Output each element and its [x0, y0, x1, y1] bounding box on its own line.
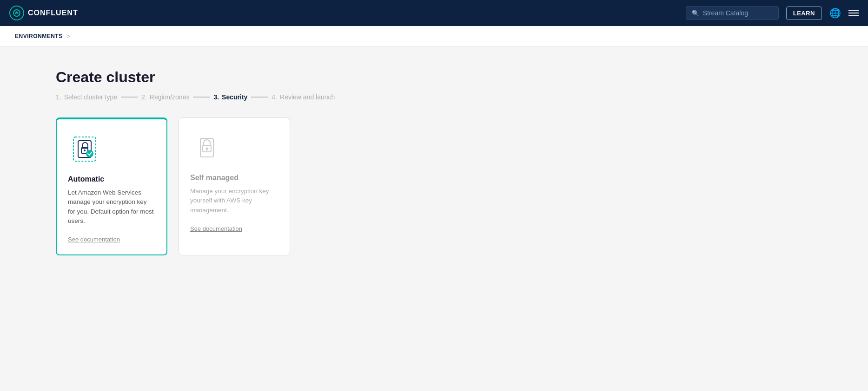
automatic-desc: Let Amazon Web Services manage your encr…: [68, 188, 155, 226]
breadcrumb-bar: ENVIRONMENTS >: [0, 26, 868, 46]
self-managed-title: Self managed: [190, 174, 278, 182]
main-content: Create cluster 1. Select cluster type 2.…: [0, 46, 868, 391]
step-4-number: 4.: [272, 93, 277, 101]
breadcrumb-environments[interactable]: ENVIRONMENTS: [15, 33, 63, 39]
search-placeholder-text: Stream Catalog: [703, 9, 748, 17]
self-managed-icon: [190, 131, 224, 164]
encryption-options: Automatic Let Amazon Web Services manage…: [56, 117, 853, 255]
step-1-number: 1.: [56, 93, 61, 101]
hamburger-menu-icon[interactable]: [848, 10, 859, 16]
step-2-label: Region/zones: [150, 93, 190, 101]
step-2: 2. Region/zones: [141, 93, 189, 101]
self-managed-desc: Manage your encryption key yourself with…: [190, 187, 278, 215]
globe-icon[interactable]: 🌐: [829, 7, 841, 19]
svg-point-4: [84, 150, 86, 151]
step-sep-1-2: [121, 97, 138, 98]
confluent-logo-icon: [9, 6, 24, 20]
self-managed-doc-link[interactable]: See documentation: [190, 225, 242, 232]
breadcrumb: ENVIRONMENTS >: [15, 33, 70, 40]
svg-point-8: [206, 148, 208, 150]
learn-button[interactable]: LEARN: [786, 7, 822, 20]
step-2-number: 2.: [141, 93, 147, 101]
step-4-label: Review and launch: [280, 93, 335, 101]
header-controls: 🔍 Stream Catalog LEARN 🌐: [686, 6, 859, 20]
logo-area: CONFLUENT: [9, 6, 78, 20]
step-4: 4. Review and launch: [272, 93, 335, 101]
stream-catalog-search[interactable]: 🔍 Stream Catalog: [686, 6, 779, 20]
search-icon: 🔍: [692, 10, 699, 17]
automatic-icon: [68, 132, 101, 166]
step-3: 3. Security: [213, 93, 247, 101]
page-title: Create cluster: [56, 69, 853, 86]
step-1-label: Select cluster type: [64, 93, 117, 101]
automatic-doc-link[interactable]: See documentation: [68, 236, 120, 243]
step-3-number: 3.: [213, 93, 219, 101]
step-sep-2-3: [193, 97, 210, 98]
step-1: 1. Select cluster type: [56, 93, 117, 101]
breadcrumb-separator: >: [66, 33, 70, 40]
step-3-label: Security: [222, 93, 247, 101]
step-sep-3-4: [251, 97, 268, 98]
automatic-title: Automatic: [68, 175, 155, 183]
svg-point-5: [86, 150, 93, 157]
steps-progress: 1. Select cluster type 2. Region/zones 3…: [56, 93, 853, 101]
self-managed-card[interactable]: Self managed Manage your encryption key …: [179, 117, 290, 255]
logo-text: CONFLUENT: [28, 9, 78, 17]
app-header: CONFLUENT 🔍 Stream Catalog LEARN 🌐: [0, 0, 868, 26]
automatic-card[interactable]: Automatic Let Amazon Web Services manage…: [56, 117, 167, 255]
